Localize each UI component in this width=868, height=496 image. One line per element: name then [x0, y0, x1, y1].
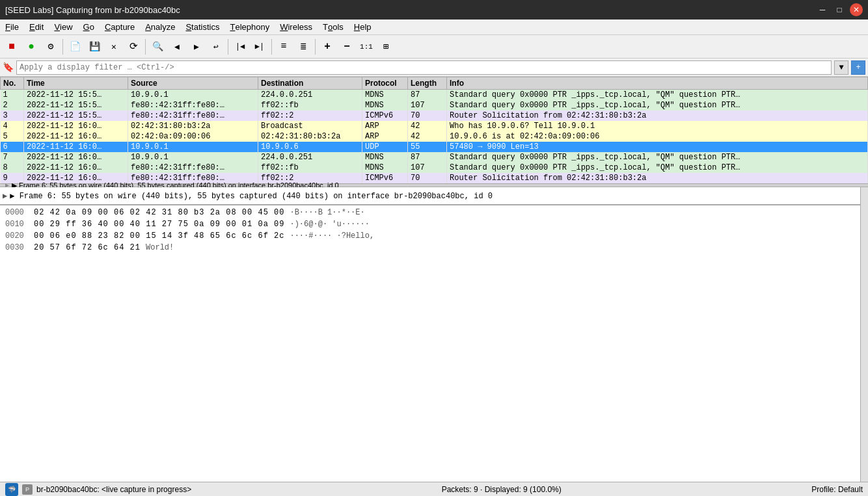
hex-row: 002000 06 e0 88 23 82 00 15 14 3f 48 65 …: [5, 230, 855, 242]
goto-first-button[interactable]: |◀: [231, 38, 249, 56]
prev-button[interactable]: ◀: [168, 38, 186, 56]
detail-frame-row[interactable]: ▶ ▶ Frame 6: 55 bytes on wire (440 bits)…: [3, 190, 858, 202]
cell-info: Standard query 0x0000 PTR _ipps._tcp.loc…: [447, 163, 868, 173]
cell-source: 02:42:0a:09:00:06: [128, 131, 258, 142]
menu-file[interactable]: File: [0, 20, 24, 34]
table-row[interactable]: 32022-11-12 15:5…fe80::42:31ff:fe80:…ff0…: [1, 111, 868, 121]
minimize-button[interactable]: ─: [816, 3, 829, 16]
hex-row: 001000 29 ff 36 40 00 40 11 27 75 0a 09 …: [5, 218, 855, 230]
col-header-source[interactable]: Source: [128, 77, 258, 90]
jump-back-button[interactable]: ↩: [207, 38, 225, 56]
col-header-time[interactable]: Time: [24, 77, 128, 90]
cell-info: Standard query 0x0000 PTR _ipps._tcp.loc…: [447, 90, 868, 101]
wireshark-icon: 🦈: [5, 483, 18, 496]
hex-offset: 0010: [5, 218, 29, 230]
close-capture-button[interactable]: ✕: [105, 38, 123, 56]
find-button[interactable]: 🔍: [148, 38, 167, 56]
cell-length: 107: [408, 100, 447, 111]
cell-source: 10.9.0.1: [128, 90, 258, 101]
table-row[interactable]: 42022-11-12 16:0…02:42:31:80:b3:2aBroadc…: [1, 121, 868, 131]
menu-statistics[interactable]: Statistics: [180, 20, 224, 34]
cell-no: 3: [1, 111, 24, 121]
col-header-no[interactable]: No.: [1, 77, 24, 90]
col-header-destination[interactable]: Destination: [258, 77, 362, 90]
cell-source: fe80::42:31ff:fe80:…: [128, 111, 258, 121]
table-row[interactable]: 12022-11-12 15:5…10.9.0.1224.0.0.251MDNS…: [1, 90, 868, 101]
zoom-in-button[interactable]: +: [318, 38, 336, 56]
open-button[interactable]: 📄: [66, 38, 84, 56]
toolbar-sep-4: [271, 39, 272, 55]
cell-length: 42: [408, 121, 447, 131]
menu-go[interactable]: Go: [78, 20, 100, 34]
toolbar-sep-1: [62, 39, 63, 55]
maximize-button[interactable]: □: [833, 3, 846, 16]
colorize-button[interactable]: ≡: [275, 38, 293, 56]
detail-frame-text: ▶ Frame 6: 55 bytes on wire (440 bits), …: [10, 191, 493, 201]
side-scrollbar[interactable]: [860, 187, 868, 482]
cell-length: 107: [408, 163, 447, 173]
menu-tools[interactable]: Tools: [318, 20, 349, 34]
toolbar-sep-2: [145, 39, 146, 55]
next-button[interactable]: ▶: [187, 38, 206, 56]
zoom-out-button[interactable]: −: [338, 38, 356, 56]
cell-no: 6: [1, 142, 24, 152]
cell-protocol: ARP: [362, 131, 408, 142]
cell-time: 2022-11-12 16:0…: [24, 152, 128, 163]
reload-button[interactable]: ⟳: [124, 38, 142, 56]
col-header-protocol[interactable]: Protocol: [362, 77, 408, 90]
filter-dropdown-icon: ▼: [839, 63, 843, 72]
table-row[interactable]: 62022-11-12 16:0…10.9.0.110.9.0.6UDP5557…: [1, 142, 868, 152]
zoom-reset-button[interactable]: 1:1: [357, 38, 375, 56]
menubar: File Edit View Go Capture Analyze Statis…: [0, 20, 868, 35]
cell-info: 10.9.0.6 is at 02:42:0a:09:00:06: [447, 131, 868, 142]
table-row[interactable]: 72022-11-12 16:0…10.9.0.1224.0.0.251MDNS…: [1, 152, 868, 163]
filter-input[interactable]: [16, 60, 832, 75]
table-header-row: No. Time Source Destination Protocol Len…: [1, 77, 868, 90]
resize-columns-button[interactable]: ⊞: [377, 38, 395, 56]
autoscroll-button[interactable]: ≣: [294, 38, 312, 56]
close-button[interactable]: ✕: [850, 3, 863, 16]
menu-wireless[interactable]: Wireless: [275, 20, 318, 34]
cell-length: 55: [408, 142, 447, 152]
packets-label: Packets: 9 · Displayed: 9 (100.0%): [442, 485, 562, 494]
cell-no: 2: [1, 100, 24, 111]
menu-edit[interactable]: Edit: [24, 20, 49, 34]
menu-view[interactable]: View: [49, 20, 77, 34]
menu-telephony[interactable]: Telephony: [224, 20, 275, 34]
start-capture-button[interactable]: ●: [22, 38, 40, 56]
interface-label: br-b2090bac40bc: <live capture in progre…: [36, 485, 191, 494]
profile-icon: P: [22, 484, 33, 495]
goto-last-button[interactable]: ▶|: [251, 38, 269, 56]
menu-capture[interactable]: Capture: [100, 20, 140, 34]
filter-add-button[interactable]: +: [851, 60, 865, 75]
new-capture-button[interactable]: ■: [3, 38, 21, 56]
cell-no: 7: [1, 152, 24, 163]
cell-length: 87: [408, 90, 447, 101]
cell-protocol: ICMPv6: [362, 173, 408, 183]
table-row[interactable]: 82022-11-12 16:0…fe80::42:31ff:fe80:…ff0…: [1, 163, 868, 173]
hex-offset: 0000: [5, 207, 29, 218]
table-row[interactable]: 52022-11-12 16:0…02:42:0a:09:00:0602:42:…: [1, 131, 868, 142]
cell-protocol: ARP: [362, 121, 408, 131]
cell-info: Router Solicitation from 02:42:31:80:b3:…: [447, 173, 868, 183]
table-row[interactable]: 22022-11-12 15:5…fe80::42:31ff:fe80:…ff0…: [1, 100, 868, 111]
filter-arrow-button[interactable]: ▼: [834, 60, 848, 75]
hex-bytes: 20 57 6f 72 6c 64 21: [34, 242, 141, 254]
col-header-info[interactable]: Info: [447, 77, 868, 90]
cell-time: 2022-11-12 16:0…: [24, 121, 128, 131]
hex-panel: 000002 42 0a 09 00 06 02 42 31 80 b3 2a …: [0, 205, 860, 482]
filter-bookmark-icon[interactable]: 🔖: [3, 62, 14, 73]
filter-add-icon: +: [856, 63, 860, 72]
cell-source: fe80::42:31ff:fe80:…: [128, 163, 258, 173]
cell-time: 2022-11-12 16:0…: [24, 131, 128, 142]
col-header-length[interactable]: Length: [408, 77, 447, 90]
toolbar: ■ ● ⚙ 📄 💾 ✕ ⟳ 🔍 ◀ ▶ ↩ |◀ ▶| ≡ ≣ + − 1:1 …: [0, 35, 868, 59]
capture-options-button[interactable]: ⚙: [42, 38, 60, 56]
hex-bytes: 00 29 ff 36 40 00 40 11 27 75 0a 09 00 0…: [34, 218, 284, 230]
menu-analyze[interactable]: Analyze: [140, 20, 180, 34]
cell-info: Who has 10.9.0.6? Tell 10.9.0.1: [447, 121, 868, 131]
cell-time: 2022-11-12 15:5…: [24, 111, 128, 121]
menu-help[interactable]: Help: [349, 20, 377, 34]
statusbar-left: 🦈 P br-b2090bac40bc: <live capture in pr…: [5, 483, 191, 496]
save-button[interactable]: 💾: [85, 38, 103, 56]
